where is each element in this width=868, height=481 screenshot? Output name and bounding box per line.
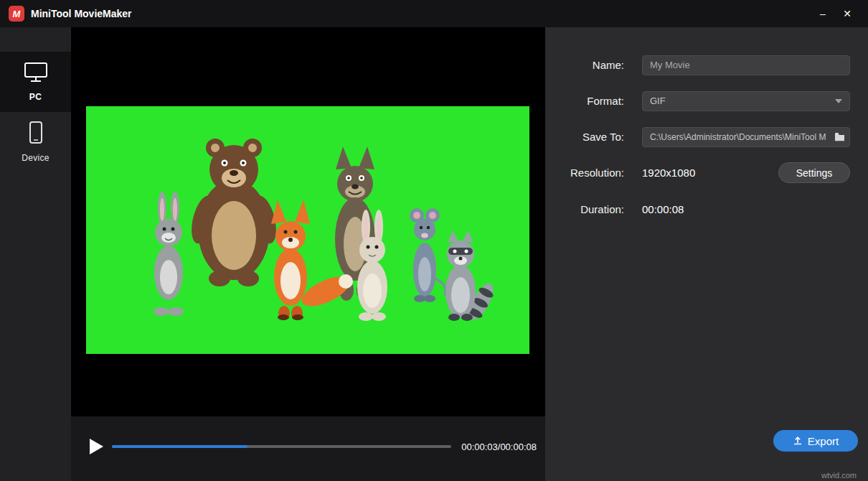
format-selected-value: GIF: [650, 95, 666, 106]
resolution-label: Resolution:: [545, 167, 624, 179]
app-logo-icon: M: [9, 6, 24, 22]
save-to-row: Save To:: [545, 126, 868, 147]
duration-row: Duration: 00:00:08: [545, 199, 868, 220]
name-input[interactable]: [642, 55, 850, 75]
save-to-input[interactable]: [650, 132, 830, 142]
time-display: 00:00:03/00:00:08: [461, 442, 537, 452]
minimize-button[interactable]: –: [811, 4, 835, 24]
duration-label: Duration:: [545, 203, 624, 215]
format-select[interactable]: GIF: [642, 91, 850, 111]
export-button-label: Export: [808, 435, 839, 447]
resolution-value: 1920x1080: [642, 167, 695, 179]
pc-monitor-icon: [24, 62, 48, 85]
player-controls: 00:00:03/00:00:08: [71, 416, 545, 481]
window-controls: – ✕: [811, 4, 859, 24]
format-row: Format: GIF: [545, 90, 868, 111]
save-to-field: [642, 127, 850, 147]
sidebar-item-pc[interactable]: PC: [0, 52, 71, 112]
sidebar-item-label: Device: [22, 153, 49, 163]
save-to-label: Save To:: [545, 131, 624, 143]
seek-bar[interactable]: [112, 445, 451, 448]
chevron-down-icon: [835, 99, 842, 103]
close-button[interactable]: ✕: [835, 4, 859, 24]
watermark: wtvid.com: [821, 471, 857, 480]
green-screen-video: [86, 106, 529, 354]
play-button[interactable]: [90, 439, 103, 454]
titlebar: M MiniTool MovieMaker – ✕: [0, 0, 868, 27]
sidebar-spacer: [0, 27, 71, 52]
seek-bar-fill: [112, 445, 247, 448]
sidebar-item-device[interactable]: Device: [0, 112, 71, 172]
duration-value: 00:00:08: [642, 203, 684, 215]
browse-folder-button[interactable]: [834, 132, 845, 141]
device-phone-icon: [29, 121, 43, 146]
app-title: MiniTool MovieMaker: [31, 8, 132, 19]
name-label: Name:: [545, 59, 624, 71]
upload-icon: [793, 436, 803, 446]
resolution-row: Resolution: 1920x1080 Settings: [545, 162, 868, 183]
export-button[interactable]: Export: [773, 430, 858, 452]
video-preview-area: 00:00:03/00:00:08: [71, 27, 545, 481]
settings-button[interactable]: Settings: [778, 162, 850, 183]
name-row: Name:: [545, 55, 868, 75]
folder-icon: [834, 132, 845, 141]
export-panel: Name: Format: GIF Save To: Resolution: 1…: [545, 27, 868, 481]
sidebar: PC Device: [0, 27, 71, 481]
sidebar-item-label: PC: [29, 92, 42, 102]
format-label: Format:: [545, 95, 624, 107]
app-window: M MiniTool MovieMaker – ✕ PC Device: [0, 0, 868, 481]
